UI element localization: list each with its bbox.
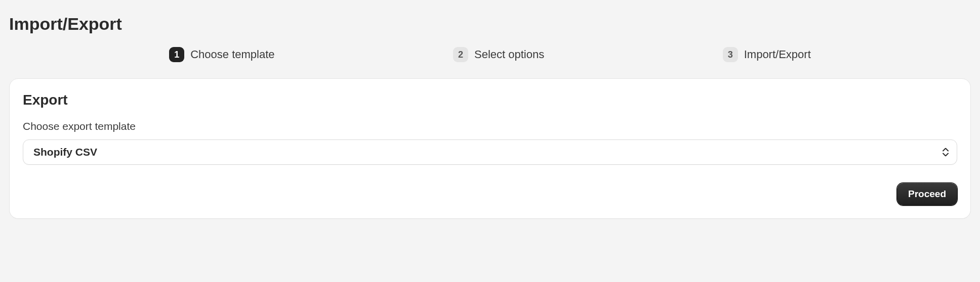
card-title: Export [23, 92, 957, 108]
step-import-export[interactable]: 3 Import/Export [723, 47, 811, 62]
export-template-label: Choose export template [23, 120, 957, 132]
step-label: Import/Export [744, 48, 811, 61]
export-card: Export Choose export template Shopify CS… [9, 78, 971, 219]
step-number: 2 [453, 47, 468, 62]
proceed-button[interactable]: Proceed [897, 183, 957, 205]
card-actions: Proceed [23, 183, 957, 205]
export-template-select-wrap: Shopify CSV [23, 139, 957, 165]
step-choose-template[interactable]: 1 Choose template [169, 47, 274, 62]
export-template-value: Shopify CSV [33, 146, 97, 158]
step-label: Choose template [190, 48, 274, 61]
export-template-select[interactable]: Shopify CSV [23, 139, 957, 165]
page-title: Import/Export [9, 14, 971, 34]
step-select-options[interactable]: 2 Select options [453, 47, 544, 62]
stepper: 1 Choose template 2 Select options 3 Imp… [9, 47, 971, 62]
page-root: Import/Export 1 Choose template 2 Select… [0, 0, 980, 228]
step-label: Select options [474, 48, 544, 61]
step-number: 1 [169, 47, 184, 62]
step-number: 3 [723, 47, 738, 62]
